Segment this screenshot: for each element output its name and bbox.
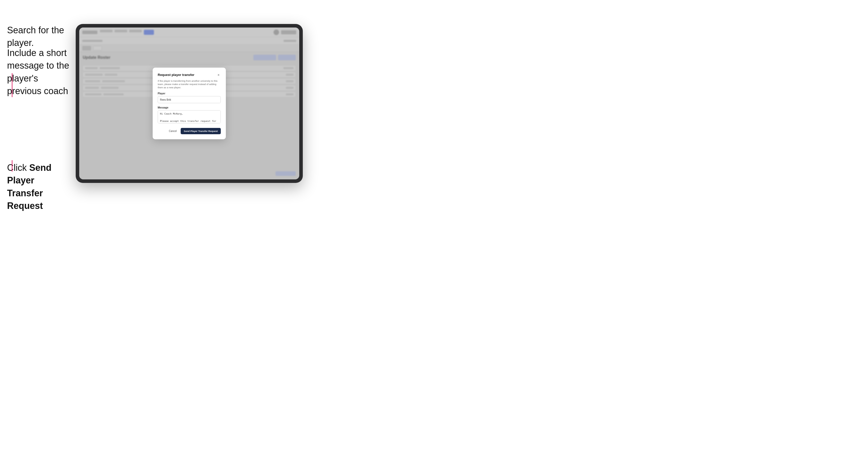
modal-footer: Cancel Send Player Transfer Request <box>158 128 221 134</box>
modal-overlay: Request player transfer × If the player … <box>79 28 299 179</box>
modal-title: Request player transfer <box>158 73 194 77</box>
message-textarea[interactable]: Hi Coach McHarg, Please accept this tran… <box>158 110 221 123</box>
player-input[interactable] <box>158 96 221 103</box>
player-label: Player <box>158 92 221 95</box>
tablet-device: Update Roster <box>76 24 303 183</box>
modal-description: If the player is transferring from anoth… <box>158 79 221 89</box>
annotation-search-text: Search for the player. <box>7 25 64 48</box>
modal-header: Request player transfer × <box>158 73 221 77</box>
close-icon: × <box>217 73 219 77</box>
request-transfer-modal: Request player transfer × If the player … <box>153 68 226 139</box>
send-transfer-request-button[interactable]: Send Player Transfer Request <box>181 128 221 134</box>
annotation-message-text: Include a short message to the player's … <box>7 48 69 96</box>
annotation-message: Include a short message to the player's … <box>7 47 73 98</box>
tablet-screen: Update Roster <box>79 28 299 179</box>
annotation-click: Click Send Player Transfer Request <box>7 161 73 212</box>
modal-close-button[interactable]: × <box>216 73 221 77</box>
message-label: Message <box>158 106 221 109</box>
annotation-click-prefix: Click <box>7 162 29 173</box>
annotation-search: Search for the player. <box>7 24 73 50</box>
cancel-button[interactable]: Cancel <box>167 128 179 134</box>
